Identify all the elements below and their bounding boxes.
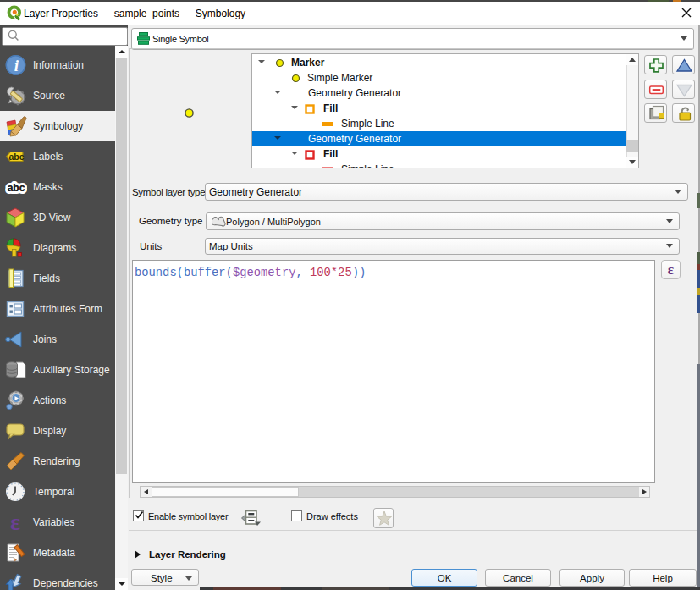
- svg-text:abc: abc: [8, 152, 24, 162]
- svg-text:i: i: [14, 57, 19, 74]
- svg-text:ε: ε: [10, 512, 20, 532]
- svg-text:abc: abc: [8, 182, 25, 194]
